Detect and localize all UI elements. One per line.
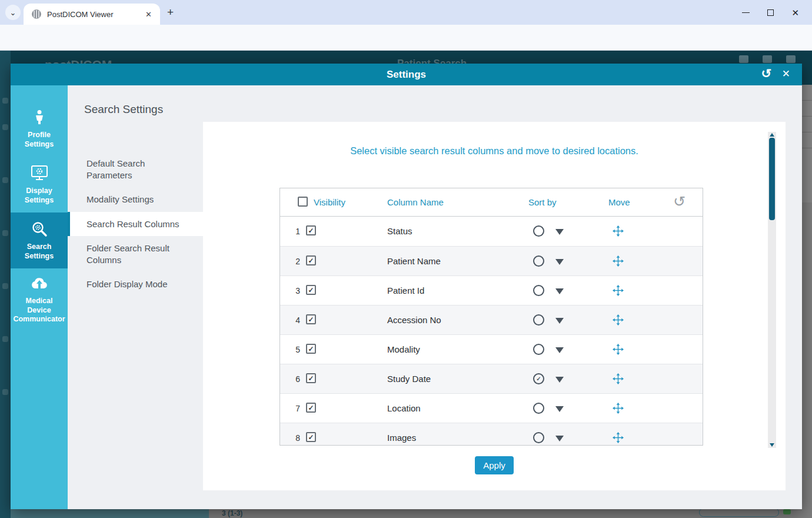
visibility-select-all-checkbox[interactable]: [298, 197, 308, 207]
scroll-up-icon[interactable]: [770, 133, 774, 137]
tab-title: PostDICOM Viewer: [47, 10, 143, 19]
sort-direction-icon[interactable]: [555, 436, 564, 441]
move-icon[interactable]: [613, 403, 624, 416]
visibility-checkbox[interactable]: ✓: [306, 255, 316, 265]
settings-dialog-body: Profile Settings Display Settings: [11, 85, 802, 509]
row-order-number: 5: [291, 345, 300, 354]
row-order-number: 7: [291, 404, 300, 413]
row-order-number: 4: [291, 316, 300, 325]
chevron-down-icon: ⌄: [10, 8, 16, 17]
sort-radio[interactable]: [533, 432, 544, 443]
search-gear-icon: [31, 220, 48, 238]
column-table: Visibility Column Name Sort by Move ↺ 1 …: [279, 188, 703, 446]
sort-radio[interactable]: [533, 344, 544, 355]
nav-item-search-result-columns[interactable]: Search Result Columns: [68, 212, 203, 237]
table-row: 4 ✓ Accession No: [280, 305, 703, 334]
move-icon[interactable]: [613, 314, 624, 328]
sort-direction-icon[interactable]: [555, 259, 564, 265]
table-row: 5 ✓ Modality: [280, 334, 703, 364]
move-icon[interactable]: [613, 344, 624, 357]
nav-item-folder-display-mode[interactable]: Folder Display Mode: [68, 272, 203, 297]
window-close-button[interactable]: ✕: [791, 8, 799, 17]
visibility-checkbox[interactable]: ✓: [306, 344, 316, 354]
storage-icon: [763, 55, 772, 63]
column-name-label: Patient Id: [387, 285, 424, 295]
sort-radio[interactable]: [533, 225, 544, 237]
column-name-header: Column Name: [387, 197, 444, 207]
column-name-label: Modality: [387, 344, 420, 354]
sidebar-item-label: Medical Device Communicator: [13, 297, 65, 324]
visibility-checkbox[interactable]: ✓: [306, 373, 316, 383]
table-row: 7 ✓ Location: [280, 393, 703, 423]
move-icon[interactable]: [613, 285, 624, 298]
visibility-checkbox[interactable]: ✓: [306, 403, 316, 413]
nav-item-modality-settings[interactable]: Modality Settings: [68, 187, 203, 212]
section-nav-list: Default Search Parameters Modality Setti…: [68, 151, 203, 297]
apply-button[interactable]: Apply: [475, 456, 514, 474]
move-icon[interactable]: [613, 225, 624, 239]
sort-direction-icon[interactable]: [555, 406, 564, 412]
browser-tab[interactable]: PostDICOM Viewer ✕: [24, 4, 160, 25]
row-order-number: 1: [291, 227, 300, 236]
visibility-checkbox[interactable]: ✓: [306, 432, 316, 442]
row-order-number: 3: [291, 286, 300, 295]
result-count-text: 3 (1-3): [222, 509, 242, 517]
nav-item-default-search-parameters[interactable]: Default Search Parameters: [68, 151, 203, 187]
sort-by-header: Sort by: [528, 197, 557, 207]
table-reset-icon[interactable]: ↺: [673, 193, 685, 210]
window-maximize-button[interactable]: [767, 9, 774, 16]
scroll-down-icon[interactable]: [770, 443, 774, 447]
dialog-title: Settings: [387, 69, 426, 81]
new-tab-button[interactable]: +: [167, 6, 174, 19]
app-sidebar-strip: [0, 51, 11, 518]
sort-radio[interactable]: ✓: [533, 373, 544, 384]
cloud-upload-icon: [31, 274, 48, 292]
sort-radio[interactable]: [533, 255, 544, 267]
sort-radio[interactable]: [533, 403, 544, 414]
column-table-body: 1 ✓ Status 2 ✓ Patient Name: [280, 217, 703, 446]
sidebar-item-search-settings[interactable]: Search Settings: [11, 212, 68, 268]
settings-content-area: Select visible search result columns and…: [203, 85, 802, 509]
move-icon[interactable]: [613, 432, 624, 446]
sidebar-item-label: Search Settings: [13, 243, 65, 261]
sort-direction-icon[interactable]: [555, 347, 564, 353]
sort-direction-icon[interactable]: [555, 288, 564, 294]
sidebar-item-medical-device-communicator[interactable]: Medical Device Communicator: [11, 268, 68, 330]
dialog-reset-icon[interactable]: ↺: [761, 67, 771, 81]
sort-direction-icon[interactable]: [555, 377, 564, 383]
sidebar-item-display-settings[interactable]: Display Settings: [11, 157, 68, 212]
sidebar-item-profile-settings[interactable]: Profile Settings: [11, 101, 68, 157]
window-controls: ✕: [742, 0, 812, 25]
column-name-label: Location: [387, 403, 421, 413]
browser-toolbar: ← → ↻ germany.postdicom.com/Viewer/Main …: [0, 25, 812, 51]
nav-item-folder-search-result-columns[interactable]: Folder Search Result Columns: [68, 236, 203, 272]
column-name-label: Images: [387, 433, 416, 443]
sort-direction-icon[interactable]: [555, 318, 564, 324]
sort-radio[interactable]: [533, 285, 544, 296]
scrollbar-thumb[interactable]: [769, 138, 775, 220]
screen: ⌄ PostDICOM Viewer ✕ + ✕ ← → ↻ germany.p…: [0, 0, 812, 518]
window-minimize-button[interactable]: [742, 12, 750, 13]
tab-close-icon[interactable]: ✕: [143, 9, 154, 20]
app-footer-pill: [699, 508, 779, 517]
column-name-label: Study Date: [387, 374, 431, 384]
table-row: 2 ✓ Patient Name: [280, 246, 703, 275]
app-header-icons: [739, 55, 796, 63]
visibility-checkbox[interactable]: ✓: [306, 225, 316, 235]
row-order-number: 2: [291, 257, 300, 266]
table-row: 6 ✓ Study Date ✓: [280, 364, 703, 393]
person-icon: [31, 108, 48, 126]
sort-direction-icon[interactable]: [555, 229, 564, 235]
tab-search-button[interactable]: ⌄: [5, 5, 21, 20]
scrollbar[interactable]: [768, 132, 776, 448]
sort-radio[interactable]: [533, 314, 544, 326]
instruction-text: Select visible search result columns and…: [203, 145, 786, 157]
app-list-edge: [802, 85, 812, 202]
move-icon[interactable]: [613, 373, 624, 387]
app-footer-strip: [11, 509, 209, 518]
visibility-checkbox[interactable]: ✓: [306, 314, 316, 324]
dialog-close-icon[interactable]: ✕: [782, 68, 790, 80]
sidebar-item-label: Display Settings: [13, 187, 65, 205]
visibility-checkbox[interactable]: ✓: [306, 285, 316, 295]
move-icon[interactable]: [613, 255, 624, 269]
